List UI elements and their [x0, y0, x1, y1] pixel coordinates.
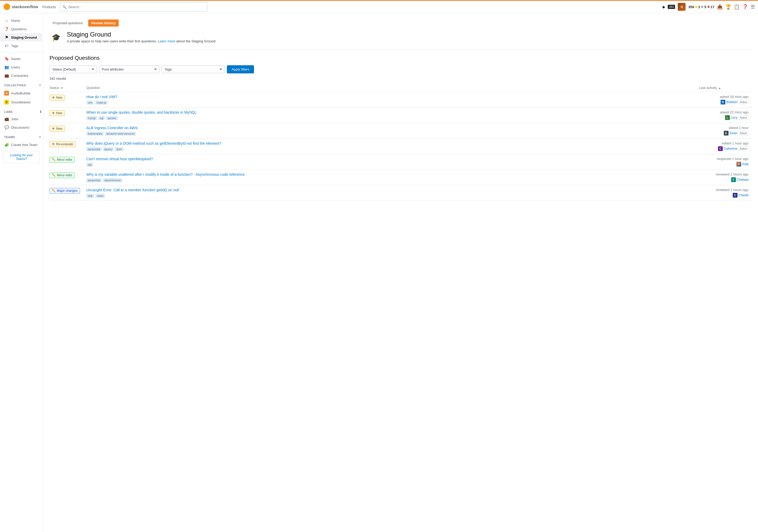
- inbox-icon[interactable]: 📥: [717, 4, 723, 10]
- labs-info-icon[interactable]: ℹ: [40, 110, 42, 114]
- learn-more-link[interactable]: Learn more: [158, 39, 175, 43]
- activity-time-3: asked 1 hour: [699, 126, 748, 130]
- sidebar-item-questions[interactable]: ❓ Questions: [0, 25, 42, 33]
- tab-proposed[interactable]: Proposed questions: [50, 19, 86, 27]
- user-link-2[interactable]: Lucy: [731, 116, 738, 119]
- avatar[interactable]: U: [678, 3, 686, 11]
- badge-label: Minor edits: [57, 158, 72, 161]
- logo[interactable]: 🟠 stackoverflow: [3, 3, 38, 10]
- user-avatar-5: P: [737, 162, 741, 167]
- activity-user-2: L Lucy Asker: [699, 115, 748, 120]
- question-title-1[interactable]: How do I exit VIM?: [86, 95, 696, 99]
- gold-dot: [695, 6, 697, 8]
- status-cell: 👁 Re-evaluate: [50, 139, 86, 154]
- question-cell: Why is my variable unaltered after I mod…: [86, 170, 699, 185]
- tag-quotes[interactable]: quotes: [106, 116, 118, 120]
- activity-cell-2: asked 22 mins ago L Lucy Asker: [699, 108, 752, 123]
- question-cell: Why does jQuery or a DOM method such as …: [86, 139, 699, 154]
- activity-time-4: edited 1 hour ago: [699, 141, 748, 145]
- sidebar-item-jobs[interactable]: 💼 Jobs: [0, 115, 42, 123]
- tag-sql[interactable]: sql: [86, 163, 93, 167]
- tag-sql[interactable]: sql: [98, 116, 105, 120]
- status-cell: ✏️ Minor edits: [50, 170, 86, 185]
- help-icon[interactable]: ❓: [742, 4, 748, 10]
- sidebar-item-audiobubble[interactable]: A AudioBubble: [0, 89, 42, 98]
- user-link-1[interactable]: Bobbert: [726, 100, 738, 104]
- question-title-6[interactable]: Why is my variable unaltered after I mod…: [86, 172, 696, 177]
- tag-jquery[interactable]: jquery: [103, 147, 114, 151]
- badge-icon: 👁: [52, 127, 55, 130]
- badge-label: Major changes: [57, 189, 78, 193]
- tag-class[interactable]: class: [95, 194, 105, 198]
- question-cell: How do I exit VIM? vimnode-js: [86, 92, 699, 108]
- question-title-7[interactable]: Uncaught Error: Call to a member functio…: [86, 188, 696, 192]
- sidebar-item-questions-label: Questions: [11, 27, 27, 31]
- tag-php[interactable]: php: [86, 194, 94, 198]
- user-link-3[interactable]: Ewan: [730, 131, 738, 135]
- table-row: 👁 New ALB Ingress Controller on AWS kube…: [50, 123, 752, 139]
- question-title-4[interactable]: Why does jQuery or a DOM method such as …: [86, 141, 696, 146]
- tag-vim[interactable]: vim: [86, 101, 94, 105]
- page-header-text: Staging Ground A private space to help n…: [67, 31, 216, 43]
- questions-icon: ❓: [4, 27, 9, 31]
- staging-ground-icon: ⚑: [4, 35, 9, 40]
- apply-filters-button[interactable]: Apply filters: [227, 65, 254, 73]
- achievements-icon[interactable]: 🏆: [725, 4, 731, 10]
- tags-filter[interactable]: Tags: [161, 66, 225, 73]
- activity-cell-3: asked 1 hour E Ewan Asker: [699, 123, 752, 139]
- question-tags-5: sql: [86, 163, 696, 167]
- user-link-7[interactable]: Charlie: [739, 193, 748, 197]
- activity-time-1: asked 18 mins ago: [699, 95, 748, 99]
- search-icon: 🔍: [62, 5, 67, 9]
- sidebar-item-companies[interactable]: 💼 Companies: [0, 71, 42, 80]
- activity-cell-4: edited 1 hour ago C Catherine Asker: [699, 139, 752, 154]
- tag-mysql[interactable]: mysql: [86, 116, 97, 120]
- badge-icon: 👁: [52, 111, 55, 115]
- sidebar-item-create-team[interactable]: 🧩 Create free Team: [0, 141, 42, 149]
- collectives-plus[interactable]: +: [39, 83, 41, 87]
- question-title-3[interactable]: ALB Ingress Controller on AWS: [86, 126, 696, 130]
- question-title-5[interactable]: Can't remove virtual host openlitespeed?: [86, 157, 696, 161]
- activity-cell-5: reopened 1 hour ago P Patti: [699, 154, 752, 170]
- teams-plus[interactable]: +: [39, 135, 41, 140]
- sidebar-item-saves[interactable]: 🔖 Saves: [0, 54, 42, 63]
- status-cell: 👁 New: [50, 108, 86, 123]
- tag-dom[interactable]: dom: [115, 147, 123, 151]
- user-link-5[interactable]: Patti: [742, 162, 748, 166]
- search-input[interactable]: [68, 5, 205, 9]
- tab-review-history[interactable]: Review history: [88, 19, 119, 27]
- post-attributes-filter[interactable]: Post attributes: [99, 66, 159, 73]
- tag-javascript[interactable]: javascript: [86, 178, 102, 182]
- hamburger-icon[interactable]: ☰: [751, 4, 755, 10]
- header-badge[interactable]: 384: [668, 5, 675, 9]
- user-link-6[interactable]: Chelsea: [737, 178, 748, 182]
- page-header: 🎓 Staging Ground A private space to help…: [50, 31, 752, 50]
- sidebar-item-soundwaves[interactable]: S Soundwaves: [0, 98, 42, 107]
- question-tags-3: kubernetesamazon-web-services: [86, 132, 696, 136]
- products-menu[interactable]: Products: [41, 5, 57, 9]
- tag-node-js[interactable]: node-js: [95, 101, 108, 105]
- tag-amazon-web-services[interactable]: amazon-web-services: [105, 132, 136, 136]
- col-question: Question: [86, 84, 699, 92]
- col-status[interactable]: Status ▼: [50, 84, 86, 92]
- user-role: Asker: [739, 116, 748, 120]
- layout: ⌂ Home ❓ Questions ⚑ Staging Ground 🏷 Ta…: [0, 13, 758, 207]
- activity-time-5: reopened 1 hour ago: [699, 157, 748, 161]
- results-count: 342 results: [50, 77, 752, 81]
- reputation: 359 2 5 17: [688, 5, 714, 9]
- user-link-4[interactable]: Catherine: [724, 147, 738, 150]
- tag-kubernetes[interactable]: kubernetes: [86, 132, 104, 136]
- sidebar-item-users[interactable]: 👥 Users: [0, 63, 42, 71]
- sidebar-item-home[interactable]: ⌂ Home: [0, 16, 42, 25]
- status-filter[interactable]: Status (Default): [50, 66, 97, 73]
- tag-javascript[interactable]: javascript: [86, 147, 102, 151]
- sidebar-item-discussions[interactable]: 💬 Discussions: [0, 123, 42, 132]
- sidebar-item-staging-ground[interactable]: ⚑ Staging Ground: [0, 33, 42, 42]
- col-last-activity[interactable]: Last activity ▲: [699, 84, 752, 92]
- sidebar-item-tags[interactable]: 🏷 Tags: [0, 42, 42, 50]
- teams-promo[interactable]: Looking for your Teams?: [3, 151, 40, 163]
- tag-asynchronus[interactable]: asynchronus: [103, 178, 122, 182]
- question-title-2[interactable]: When to use single quotes, double quotes…: [86, 110, 696, 115]
- jobs-label: Jobs: [11, 117, 18, 121]
- review-icon[interactable]: 📋: [734, 4, 740, 10]
